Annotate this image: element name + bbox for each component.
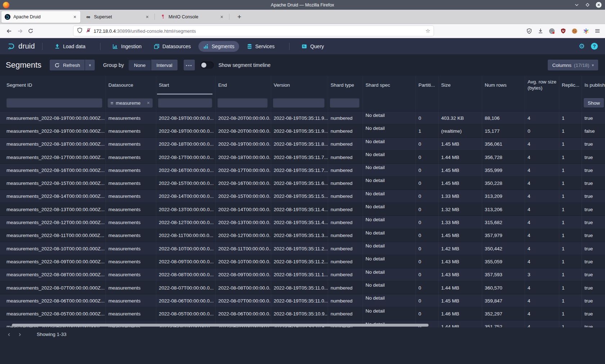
cell-end: 2022-08-19T00:00:00.0... [216, 138, 271, 151]
tab-close-icon[interactable]: × [220, 14, 224, 19]
cell-replicas: 1 [559, 229, 582, 242]
refresh-button[interactable]: Refresh [50, 60, 85, 70]
cookie-extension-icon[interactable] [572, 28, 578, 34]
cell-start: 2022-08-19T00:00:00.0... [156, 124, 216, 137]
cell-version: 2022-08-19T05:35:11.2... [271, 242, 328, 255]
datasource-filter-chip[interactable]: =measureme× [108, 98, 153, 108]
shield-check-icon[interactable] [526, 28, 532, 34]
group-by-none-button[interactable]: None [129, 60, 151, 70]
browser-tab[interactable]: ∞Superset× [82, 11, 153, 23]
horizontal-scrollbar[interactable] [12, 324, 429, 327]
column-header-start[interactable]: Start [156, 76, 216, 95]
nav-item-ingestion[interactable]: Ingestion [108, 41, 146, 52]
window-maximize-icon[interactable] [585, 2, 590, 8]
menu-icon[interactable] [595, 28, 600, 34]
nav-item-services[interactable]: Services [242, 41, 279, 52]
group-by-interval-button[interactable]: Interval [151, 60, 177, 70]
filter-input-end[interactable] [218, 98, 268, 108]
back-icon[interactable] [4, 28, 14, 34]
nav-item-segments[interactable]: Segments [198, 41, 239, 52]
table-partial-row-clip: measurements_2022-08-04T00:00:00.000Z...… [0, 320, 605, 327]
nav-item-query[interactable]: Query [297, 41, 328, 52]
cell-replicas: 1 [559, 281, 582, 294]
cell-partition: 0 [416, 151, 439, 164]
column-header-shard_type[interactable]: Shard type [328, 76, 363, 95]
more-options-button[interactable]: ●●● [184, 60, 195, 70]
filter-input-shard_type[interactable] [330, 98, 359, 108]
nav-item-label: Query [310, 44, 324, 49]
cell-segment_id: measurements_2022-08-19T00:00:00.000Z... [0, 112, 106, 124]
column-header-partition[interactable]: Partiti... [416, 76, 439, 95]
column-header-num_rows[interactable]: Num rows [482, 76, 525, 95]
nav-item-load-data[interactable]: Load data [50, 41, 90, 52]
cell-version: 2022-08-19T05:35:11.0... [271, 281, 328, 294]
settings-gear-icon[interactable]: ⚙ [579, 43, 585, 50]
browser-tab[interactable]: Apache Druid× [1, 11, 80, 23]
is-published-filter-button[interactable]: Show [584, 98, 604, 108]
mask-extension-icon[interactable] [549, 28, 555, 34]
browser-tab[interactable]: MinIO Console× [157, 11, 227, 23]
column-header-avg_row_size[interactable]: Avg. row size(bytes) [525, 76, 559, 95]
url-bar[interactable]: 172.18.0.4:30899/unified-console.html#se… [73, 26, 434, 36]
filter-input-version[interactable] [273, 98, 324, 108]
bookmark-star-icon[interactable]: ☆ [426, 28, 430, 34]
cell-start: 2022-08-14T00:00:00.0... [156, 190, 216, 203]
column-header-label: Segment ID [6, 82, 32, 88]
column-header-is_published[interactable]: Is published [582, 76, 605, 95]
column-header-segment_id[interactable]: Segment ID [0, 76, 106, 95]
columns-button[interactable]: Columns (17/18) ▾ [548, 60, 598, 70]
forward-icon[interactable] [14, 28, 25, 34]
window-close-icon[interactable] [596, 2, 602, 8]
column-header-end[interactable]: End [216, 76, 271, 95]
filter-chip-close-icon[interactable]: × [147, 100, 150, 106]
druid-logo-icon [7, 41, 16, 52]
tab-close-icon[interactable]: × [145, 14, 149, 19]
cell-num_rows: 355,999 [482, 164, 525, 177]
insecure-lock-icon[interactable] [86, 27, 91, 35]
filter-input-start[interactable] [158, 98, 212, 108]
cell-is_published: true [582, 320, 605, 327]
ublock-extension-icon[interactable] [560, 28, 566, 34]
cell-is_published: true [582, 242, 605, 255]
cell-datasource: measurements [106, 242, 156, 255]
column-header-size[interactable]: Size [439, 76, 482, 95]
filter-input-segment_id[interactable] [6, 98, 102, 108]
tracking-protection-shield-icon[interactable] [77, 27, 83, 35]
browser-toolbar: 172.18.0.4:30899/unified-console.html#se… [0, 24, 605, 38]
cell-segment_id: measurements_2022-08-19T00:00:00.000Z... [0, 124, 106, 137]
column-header-replicas[interactable]: Replic... [559, 76, 582, 95]
cell-end: 2022-08-12T00:00:00.0... [216, 229, 271, 242]
nav-item-datasources[interactable]: Datasources [149, 41, 196, 52]
cell-partition: 0 [416, 307, 439, 320]
cell-shard_spec: No detail [363, 255, 416, 268]
table-row: measurements_2022-08-12T00:00:00.000Z...… [0, 216, 605, 229]
pagination-footer: ‹ › Showing 1-33 [0, 327, 605, 364]
cell-shard_spec: No detail [363, 164, 416, 177]
window-minimize-icon[interactable] [574, 2, 579, 8]
refresh-caret-button[interactable]: ▾ [85, 60, 95, 70]
filter-cell-replicas [559, 95, 582, 111]
reload-icon[interactable] [25, 28, 36, 34]
cell-is_published: true [582, 190, 605, 203]
cell-size: 1.42 MB [439, 242, 482, 255]
column-header-datasource[interactable]: Datasource [106, 76, 156, 95]
tab-close-icon[interactable]: × [73, 14, 77, 19]
cell-is_published: true [582, 268, 605, 281]
downloads-icon[interactable] [538, 28, 543, 34]
segment-timeline-toggle[interactable] [200, 62, 214, 69]
help-icon[interactable]: ? [591, 43, 598, 50]
column-header-shard_spec[interactable]: Shard spec [363, 76, 416, 95]
ingestion-icon [112, 44, 118, 49]
prev-page-button[interactable]: ‹ [4, 330, 14, 339]
druid-logo[interactable]: druid [7, 41, 35, 52]
cell-segment_id: measurements_2022-08-14T00:00:00.000Z... [0, 190, 106, 203]
column-header-version[interactable]: Version [271, 76, 328, 95]
tab-separator [229, 14, 229, 20]
cell-partition: 0 [416, 203, 439, 216]
pinwheel-extension-icon[interactable] [583, 28, 589, 34]
cell-start: 2022-08-15T00:00:00.0... [156, 177, 216, 190]
cell-num_rows: 352,297 [482, 307, 525, 320]
next-page-button[interactable]: › [14, 330, 25, 339]
new-tab-button[interactable]: + [234, 13, 244, 21]
cell-shard_spec: No detail [363, 216, 416, 229]
